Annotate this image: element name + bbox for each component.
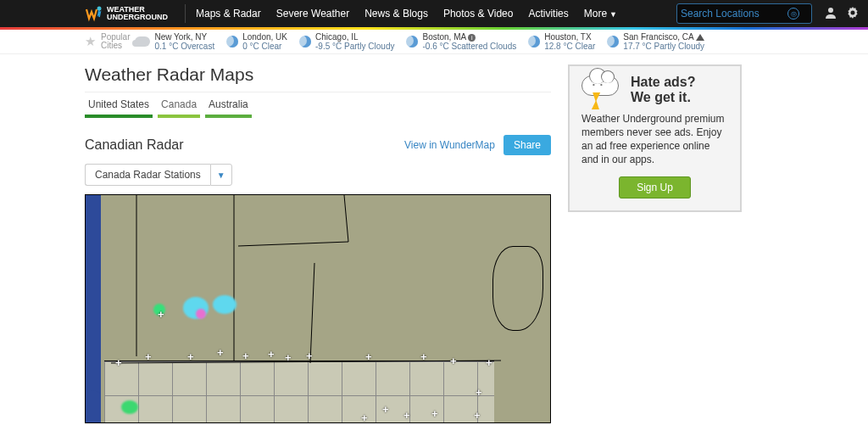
warning-icon	[696, 34, 704, 41]
view-wundermap-link[interactable]: View in WunderMap	[404, 139, 495, 151]
logo[interactable]: WEATHER UNDERGROUND	[85, 4, 168, 23]
city-houston[interactable]: Houston, TX12.8 °C Clear	[528, 32, 595, 51]
radar-station-marker: +	[403, 409, 410, 422]
nav-photos-video[interactable]: Photos & Video	[443, 8, 514, 20]
radar-station-marker: +	[450, 355, 457, 367]
moon-icon	[406, 36, 418, 48]
city-chicago[interactable]: Chicago, IL-9.5 °C Partly Cloudy	[299, 32, 394, 51]
nav-more-label: More	[584, 8, 607, 20]
info-icon: i	[468, 34, 476, 42]
nav-more[interactable]: More▼	[584, 8, 617, 20]
dropdown-label: Canada Radar Stations	[85, 164, 210, 186]
search-input[interactable]	[681, 8, 787, 20]
moon-icon	[607, 36, 619, 48]
storm-cloud-icon: • •	[581, 75, 622, 104]
svg-point-1	[828, 8, 833, 13]
radar-station-marker: +	[306, 350, 313, 362]
gear-icon[interactable]	[846, 6, 860, 22]
premium-ad-box: • • Hate ads? We get it. Weather Undergr…	[568, 64, 742, 212]
sign-up-button[interactable]: Sign Up	[619, 176, 691, 199]
tab-united-states[interactable]: United States	[85, 96, 153, 118]
divider	[85, 92, 551, 92]
page-title: Weather Radar Maps	[85, 64, 551, 85]
region-tabs: United States Canada Australia	[85, 96, 551, 118]
popular-cities-bar: ★ PopularCities New York, NY0.1 °C Overc…	[0, 30, 868, 54]
radar-stations-dropdown[interactable]: Canada Radar Stations ▼	[85, 164, 232, 186]
radar-station-marker: +	[420, 350, 427, 363]
radar-station-marker: +	[115, 356, 122, 369]
user-icon[interactable]	[824, 6, 837, 22]
wu-logo-icon	[85, 4, 103, 23]
ad-heading-1: Hate ads?	[631, 75, 695, 90]
radar-station-marker: +	[476, 386, 482, 399]
location-target-icon[interactable]: ◎	[787, 8, 799, 20]
radar-station-marker: +	[431, 407, 438, 420]
nav-news-blogs[interactable]: News & Blogs	[364, 8, 428, 20]
radar-station-marker: +	[382, 403, 389, 416]
moon-icon	[226, 36, 238, 48]
section-title: Canadian Radar	[85, 137, 404, 153]
radar-station-marker: +	[187, 350, 194, 363]
tab-canada[interactable]: Canada	[158, 96, 200, 118]
star-icon[interactable]: ★	[85, 34, 96, 49]
nav-maps-radar[interactable]: Maps & Radar	[196, 8, 261, 20]
cloud-icon	[135, 36, 150, 47]
moon-icon	[299, 36, 311, 48]
nav-activities[interactable]: Activities	[528, 8, 568, 20]
radar-station-marker: +	[474, 409, 481, 422]
city-london[interactable]: London, UK0 °C Clear	[226, 32, 287, 51]
popular-cities-label: PopularCities	[101, 33, 130, 50]
radar-station-marker: +	[486, 356, 492, 369]
main-content: Weather Radar Maps United States Canada …	[85, 61, 551, 425]
radar-station-marker: +	[217, 346, 224, 359]
radar-station-marker: +	[285, 351, 292, 364]
tab-australia[interactable]: Australia	[205, 96, 252, 118]
radar-station-marker: +	[158, 308, 164, 321]
radar-map[interactable]: + + + + + + + + + + + + + + + + + + +	[85, 194, 551, 423]
ad-body-text: Weather Underground premium members neve…	[581, 112, 728, 166]
nav-divider	[185, 4, 186, 23]
city-new-york[interactable]: New York, NY0.1 °C Overcast	[135, 32, 214, 51]
city-san-francisco[interactable]: San Francisco, CA17.7 °C Partly Cloudy	[607, 32, 704, 51]
ad-heading-2: We get it.	[631, 90, 695, 105]
search-box[interactable]: ◎	[676, 3, 812, 24]
moon-icon	[528, 36, 540, 48]
top-nav-bar: WEATHER UNDERGROUND Maps & Radar Severe …	[0, 0, 868, 27]
nav-severe-weather[interactable]: Severe Weather	[276, 8, 350, 20]
primary-nav: Maps & Radar Severe Weather News & Blogs…	[196, 8, 676, 20]
radar-station-marker: +	[242, 350, 249, 362]
radar-station-marker: +	[268, 348, 275, 361]
radar-station-marker: +	[145, 350, 152, 363]
share-button[interactable]: Share	[504, 135, 551, 155]
brand-line2: UNDERGROUND	[107, 14, 168, 21]
radar-station-marker: +	[365, 350, 372, 363]
chevron-down-icon: ▼	[210, 164, 232, 186]
city-boston[interactable]: Boston, MAi-0.6 °C Scattered Clouds	[406, 32, 516, 51]
svg-point-0	[97, 7, 102, 11]
radar-station-marker: +	[361, 411, 368, 423]
chevron-down-icon: ▼	[609, 10, 617, 19]
